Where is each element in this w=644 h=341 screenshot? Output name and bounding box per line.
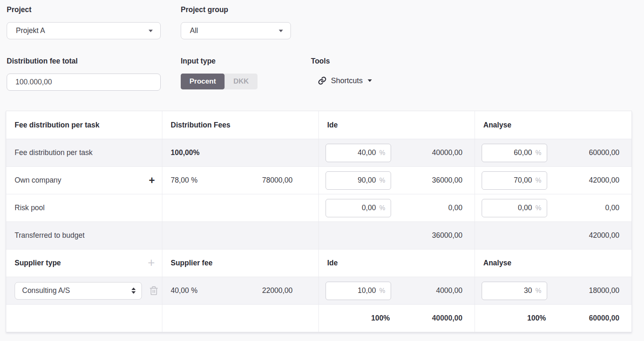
project-group-label: Project group bbox=[181, 5, 228, 14]
analyse-own-amount: 42000,00 bbox=[589, 176, 631, 185]
own-company-label: Own company bbox=[15, 176, 61, 185]
tools-label: Tools bbox=[311, 57, 330, 66]
header-analyse: Analyse bbox=[475, 111, 631, 139]
ide-supplier-amount: 4000,00 bbox=[436, 286, 475, 295]
percent-suffix: % bbox=[535, 204, 541, 212]
analyse-risk-pct-box: % bbox=[482, 199, 547, 217]
supplier-fee-pct: 40,00 % bbox=[171, 286, 197, 295]
input-type-label: Input type bbox=[181, 57, 216, 66]
procent-segment[interactable]: Procent bbox=[181, 74, 225, 89]
fee-distribution-table: Fee distribution per task Distribution F… bbox=[6, 111, 632, 332]
ide-task-pct-input[interactable] bbox=[341, 148, 376, 157]
add-own-company-button[interactable]: + bbox=[149, 175, 162, 186]
ide-risk-pct-box: % bbox=[326, 199, 391, 217]
percent-suffix: % bbox=[535, 287, 541, 295]
delete-supplier-button[interactable] bbox=[149, 286, 159, 295]
fee-distribution-row: Fee distribution per task 100,00% % 4000… bbox=[6, 139, 631, 166]
own-company-row: Own company + 78,00 % 78000,00 % 36000,0… bbox=[6, 166, 631, 194]
percent-suffix: % bbox=[379, 177, 385, 184]
supplier-fee-header: Supplier fee bbox=[162, 249, 319, 277]
header-distribution-fees: Distribution Fees bbox=[162, 111, 319, 139]
percent-suffix: % bbox=[379, 287, 385, 295]
ide-own-pct-box: % bbox=[326, 171, 391, 190]
fee-distribution-page: Project Projekt A Project group All Dist… bbox=[0, 0, 644, 341]
own-company-fee-amount: 78000,00 bbox=[262, 176, 318, 185]
own-company-fee-pct: 78,00 % bbox=[171, 176, 197, 185]
ide-own-pct-input[interactable] bbox=[341, 176, 376, 185]
fee-total-input[interactable] bbox=[7, 74, 161, 91]
supplier-row: Consulting A/S bbox=[6, 277, 631, 304]
risk-pool-row: Risk pool % 0,00 % 0,00 bbox=[6, 194, 631, 221]
analyse-supplier-pct-box: % bbox=[482, 282, 547, 300]
up-down-arrows-icon bbox=[131, 288, 136, 294]
analyse-supplier-amount: 18000,00 bbox=[589, 286, 631, 295]
transferred-label: Transferred to budget bbox=[15, 231, 85, 240]
fee-total-percent: 100,00% bbox=[171, 148, 200, 157]
analyse-own-pct-box: % bbox=[482, 171, 547, 190]
project-select-value: Projekt A bbox=[16, 26, 45, 35]
percent-suffix: % bbox=[379, 204, 385, 212]
analyse-own-pct-input[interactable] bbox=[497, 176, 532, 185]
fee-total-label: Distribution fee total bbox=[7, 57, 78, 66]
fee-row-label: Fee distribution per task bbox=[15, 148, 93, 157]
ide-total-amount: 40000,00 bbox=[432, 314, 475, 323]
ide-own-amount: 36000,00 bbox=[432, 176, 475, 185]
shortcuts-dropdown[interactable]: Shortcuts bbox=[318, 76, 372, 85]
link-icon bbox=[318, 76, 327, 85]
percent-suffix: % bbox=[379, 149, 385, 157]
ide-supplier-pct-box: % bbox=[326, 282, 391, 300]
supplier-header-row: Supplier type + Supplier fee Ide Analyse bbox=[6, 249, 631, 277]
percent-suffix: % bbox=[535, 149, 541, 157]
project-group-select-value: All bbox=[190, 26, 198, 35]
dkk-segment[interactable]: DKK bbox=[225, 74, 258, 89]
ide-total-pct: 100% bbox=[327, 314, 390, 323]
header-ide: Ide bbox=[319, 111, 475, 139]
add-supplier-button[interactable]: + bbox=[148, 257, 162, 269]
project-label: Project bbox=[7, 5, 31, 14]
analyse-task-pct-box: % bbox=[482, 144, 547, 162]
input-type-toggle: Procent DKK bbox=[181, 74, 258, 89]
supplier-type-header: Supplier type bbox=[15, 259, 61, 267]
trash-icon bbox=[149, 286, 159, 295]
chevron-down-icon bbox=[368, 79, 372, 82]
analyse-task-amount: 60000,00 bbox=[589, 148, 631, 157]
chevron-down-icon bbox=[149, 30, 153, 32]
supplier-type-select[interactable]: Consulting A/S bbox=[15, 282, 142, 300]
ide-risk-amount: 0,00 bbox=[448, 204, 475, 212]
analyse-supplier-pct-input[interactable] bbox=[497, 286, 532, 295]
risk-pool-label: Risk pool bbox=[15, 204, 45, 212]
supplier-fee-amount: 22000,00 bbox=[262, 286, 318, 295]
chevron-down-icon bbox=[279, 30, 283, 32]
percent-suffix: % bbox=[535, 177, 541, 184]
analyse-task-pct-input[interactable] bbox=[497, 148, 532, 157]
shortcuts-link-label: Shortcuts bbox=[331, 76, 363, 85]
project-group-select[interactable]: All bbox=[181, 22, 291, 39]
supplier-ide-header: Ide bbox=[319, 249, 475, 277]
analyse-total-amount: 60000,00 bbox=[589, 314, 631, 323]
ide-transferred-amount: 36000,00 bbox=[432, 231, 475, 240]
supplier-analyse-header: Analyse bbox=[475, 249, 631, 277]
transferred-row: Transferred to budget 36000,00 42000,00 bbox=[6, 221, 631, 249]
analyse-transferred-amount: 42000,00 bbox=[589, 231, 631, 240]
ide-task-amount: 40000,00 bbox=[432, 148, 475, 157]
analyse-risk-amount: 0,00 bbox=[605, 204, 631, 212]
ide-task-pct-box: % bbox=[326, 144, 391, 162]
table-header-row: Fee distribution per task Distribution F… bbox=[6, 111, 631, 139]
totals-row: 100% 40000,00 100% 60000,00 bbox=[6, 304, 631, 332]
ide-risk-pct-input[interactable] bbox=[341, 204, 376, 212]
supplier-type-value: Consulting A/S bbox=[22, 286, 70, 295]
project-select[interactable]: Projekt A bbox=[7, 22, 161, 39]
analyse-risk-pct-input[interactable] bbox=[497, 204, 532, 212]
header-task: Fee distribution per task bbox=[6, 111, 162, 139]
analyse-total-pct: 100% bbox=[483, 314, 546, 323]
ide-supplier-pct-input[interactable] bbox=[341, 286, 376, 295]
